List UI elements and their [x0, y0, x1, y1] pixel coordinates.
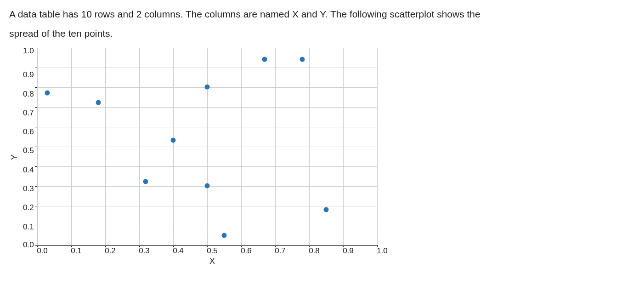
data-point — [45, 90, 50, 95]
x-tick-label: 0.7 — [275, 246, 286, 256]
tick-mark — [35, 245, 37, 246]
y-tick-label: 0.0 — [23, 241, 34, 249]
y-axis-label: Y — [10, 154, 19, 160]
tick-mark — [35, 87, 37, 88]
y-tick-label: 0.2 — [23, 204, 34, 211]
plot-area — [37, 48, 377, 245]
tick-mark — [35, 48, 37, 48]
x-tick-label: 0.3 — [139, 246, 150, 256]
scatter-chart: Y 1.00.90.80.70.60.50.40.30.20.10.0 0.00… — [23, 48, 635, 266]
x-tick-label: 0.6 — [241, 246, 252, 256]
problem-description: A data table has 10 rows and 2 columns. … — [9, 5, 606, 43]
tick-mark — [35, 127, 37, 127]
tick-mark — [35, 186, 37, 187]
x-tick-label: 1.0 — [377, 246, 388, 256]
grid-line-vertical — [377, 48, 378, 245]
data-point — [170, 138, 175, 143]
x-tick-label: 0.9 — [343, 246, 354, 256]
grid-line-horizontal — [37, 107, 377, 108]
x-axis-ticks: 0.00.10.20.30.40.50.60.70.80.91.0 — [42, 245, 382, 256]
data-point — [143, 179, 148, 184]
desc-line-1: A data table has 10 rows and 2 columns. … — [9, 9, 480, 19]
data-point — [262, 57, 267, 62]
y-tick-label: 0.1 — [23, 222, 34, 230]
grid-line-horizontal — [37, 166, 377, 167]
x-tick-label: 0.4 — [173, 246, 184, 256]
tick-mark — [35, 166, 37, 167]
y-tick-label: 0.5 — [23, 147, 34, 154]
data-point — [204, 85, 209, 90]
y-tick-label: 1.0 — [23, 47, 34, 55]
tick-mark — [35, 68, 37, 68]
grid-line-horizontal — [37, 206, 377, 206]
data-point — [299, 57, 305, 62]
y-tick-label: 0.7 — [23, 108, 34, 116]
tick-mark — [35, 107, 37, 108]
grid-line-horizontal — [37, 127, 377, 127]
grid-line-horizontal — [37, 48, 377, 48]
tick-mark — [35, 226, 37, 226]
y-tick-label: 0.3 — [23, 185, 34, 193]
grid-line-horizontal — [37, 147, 377, 147]
data-point — [96, 100, 101, 105]
y-tick-label: 0.4 — [23, 165, 34, 173]
x-tick-label: 0.1 — [71, 246, 82, 256]
tick-mark — [35, 147, 37, 147]
y-tick-label: 0.8 — [23, 90, 34, 97]
grid-line-horizontal — [37, 226, 377, 226]
data-point — [221, 233, 226, 238]
y-tick-label: 0.6 — [23, 128, 34, 136]
y-tick-label: 0.9 — [23, 71, 34, 79]
x-tick-label: 0.2 — [105, 246, 116, 256]
tick-mark — [35, 206, 37, 206]
data-point — [323, 207, 328, 212]
x-axis-label: X — [42, 257, 382, 266]
desc-line-2: spread of the ten points. — [9, 28, 113, 39]
data-point — [204, 183, 209, 188]
x-tick-label: 0.0 — [37, 246, 48, 256]
x-tick-label: 0.8 — [309, 246, 320, 256]
x-tick-label: 0.5 — [207, 246, 218, 256]
grid-line-horizontal — [37, 68, 377, 68]
